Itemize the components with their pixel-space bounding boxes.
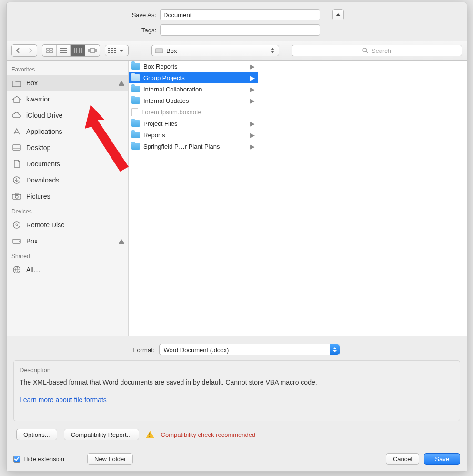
file-row[interactable]: Internal Updates▶ xyxy=(129,95,258,106)
tags-input[interactable] xyxy=(160,24,320,36)
file-browser: Favorites Box kwarrior iCloud Drive Appl… xyxy=(7,61,467,336)
documents-icon xyxy=(11,160,22,168)
sidebar-devices-header: Devices xyxy=(7,204,128,217)
folder-icon xyxy=(11,79,22,87)
sort-arrows-icon xyxy=(269,48,276,53)
checkbox-checked-icon xyxy=(13,456,20,463)
sidebar-item-desktop[interactable]: Desktop xyxy=(7,140,128,156)
home-icon xyxy=(11,95,22,103)
sidebar-item-label: Box xyxy=(26,237,38,245)
file-row[interactable]: Project Files▶ xyxy=(129,118,258,129)
svg-point-32 xyxy=(15,195,18,198)
svg-rect-21 xyxy=(108,52,110,53)
svg-line-27 xyxy=(366,51,368,53)
new-folder-button[interactable]: New Folder xyxy=(87,453,133,465)
disc-icon xyxy=(11,221,22,229)
svg-rect-3 xyxy=(50,51,52,53)
folder-icon xyxy=(131,120,140,127)
svg-rect-23 xyxy=(114,52,116,53)
hide-extension-checkbox[interactable]: Hide extension xyxy=(13,456,64,463)
chevron-right-icon: ▶ xyxy=(250,74,255,81)
file-row[interactable]: Springfield P…r Plant Plans▶ xyxy=(129,141,258,152)
sidebar-item-pictures[interactable]: Pictures xyxy=(7,188,128,204)
chevron-right-icon: ▶ xyxy=(250,86,255,93)
warning-icon xyxy=(146,431,154,438)
toolbar: Box Search xyxy=(7,41,467,61)
file-column-1: Box Reports▶ Group Projects▶ Internal Co… xyxy=(129,61,258,336)
description-text: The XML-based format that Word documents… xyxy=(20,377,454,388)
eject-icon[interactable] xyxy=(119,239,124,243)
folder-icon xyxy=(131,74,140,81)
nav-back-button[interactable] xyxy=(12,45,24,56)
learn-more-link[interactable]: Learn more about file formats xyxy=(20,396,107,404)
file-row[interactable]: Reports▶ xyxy=(129,129,258,141)
svg-rect-16 xyxy=(111,48,113,49)
search-placeholder: Search xyxy=(372,47,391,54)
view-columns-button[interactable] xyxy=(71,45,85,56)
file-icon xyxy=(131,108,138,116)
search-field[interactable]: Search xyxy=(292,45,462,56)
sidebar-item-all-shared[interactable]: All… xyxy=(7,262,128,278)
sidebar-item-label: Desktop xyxy=(26,144,50,152)
description-header: Description xyxy=(20,365,454,375)
sidebar-item-label: kwarrior xyxy=(26,95,50,103)
folder-icon xyxy=(131,97,140,104)
hide-extension-label: Hide extension xyxy=(23,456,64,463)
format-dropdown[interactable]: Word Document (.docx) xyxy=(159,344,340,355)
sidebar-item-box-device[interactable]: Box xyxy=(7,233,128,249)
file-row[interactable]: Box Reports▶ xyxy=(129,61,258,72)
cancel-button[interactable]: Cancel xyxy=(386,453,419,465)
svg-rect-20 xyxy=(114,50,116,51)
collapse-toggle-button[interactable] xyxy=(332,9,344,20)
chevron-right-icon: ▶ xyxy=(250,120,255,127)
file-row[interactable]: Lorem Ipsum.boxnote xyxy=(129,106,258,118)
folder-icon xyxy=(131,86,140,92)
sidebar-favorites-header: Favorites xyxy=(7,62,128,75)
eject-icon[interactable] xyxy=(119,81,124,85)
sidebar-item-label: Applications xyxy=(26,128,62,135)
network-icon xyxy=(11,265,22,274)
filename-input[interactable] xyxy=(160,9,320,20)
grid-icon xyxy=(108,48,116,53)
sidebar-item-remote-disc[interactable]: Remote Disc xyxy=(7,217,128,233)
file-row[interactable]: Internal Collaboration▶ xyxy=(129,83,258,95)
sidebar-item-box[interactable]: Box xyxy=(7,75,128,91)
sidebar-item-label: Documents xyxy=(26,160,60,168)
svg-point-35 xyxy=(16,224,18,226)
sidebar-item-label: iCloud Drive xyxy=(26,111,62,119)
compatibility-report-button[interactable]: Compatibility Report... xyxy=(64,429,139,440)
sidebar-item-label: All… xyxy=(26,266,40,273)
options-button[interactable]: Options... xyxy=(16,429,57,440)
save-dialog: Save As: Tags: xyxy=(6,2,467,472)
svg-rect-7 xyxy=(74,48,82,53)
nav-forward-button[interactable] xyxy=(24,45,37,56)
sidebar-shared-header: Shared xyxy=(7,249,128,262)
file-row[interactable]: Group Projects▶ xyxy=(129,72,258,83)
drive-icon xyxy=(11,237,22,245)
path-dropdown[interactable]: Box xyxy=(151,45,279,56)
svg-rect-28 xyxy=(13,145,20,150)
view-coverflow-button[interactable] xyxy=(85,45,100,56)
sidebar-item-applications[interactable]: Applications xyxy=(7,123,128,140)
save-button[interactable]: Save xyxy=(424,453,460,465)
save-form: Save As: Tags: xyxy=(7,2,467,41)
chevron-right-icon: ▶ xyxy=(250,63,255,70)
sidebar-item-icloud[interactable]: iCloud Drive xyxy=(7,107,128,123)
svg-rect-19 xyxy=(111,50,113,51)
view-list-button[interactable] xyxy=(57,45,71,56)
svg-point-37 xyxy=(19,241,20,242)
sidebar-item-documents[interactable]: Documents xyxy=(7,156,128,172)
sidebar-item-downloads[interactable]: Downloads xyxy=(7,172,128,188)
sidebar-item-label: Remote Disc xyxy=(26,221,64,229)
view-icons-button[interactable] xyxy=(42,45,57,56)
sidebar: Favorites Box kwarrior iCloud Drive Appl… xyxy=(7,61,129,336)
folder-icon xyxy=(131,63,140,70)
sidebar-item-home[interactable]: kwarrior xyxy=(7,91,128,107)
sidebar-item-label: Pictures xyxy=(26,192,50,200)
view-mode-segment xyxy=(42,44,100,57)
format-description-box: Description The XML-based format that Wo… xyxy=(13,360,460,421)
arrange-menu-button[interactable] xyxy=(105,45,129,56)
svg-rect-15 xyxy=(108,48,110,49)
drive-icon xyxy=(155,47,163,54)
chevron-right-icon: ▶ xyxy=(250,97,255,104)
